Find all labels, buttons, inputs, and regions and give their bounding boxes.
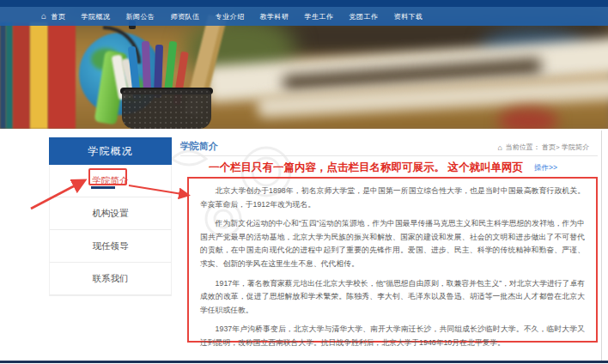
- nav-item-1[interactable]: 学院概况: [82, 12, 111, 21]
- nav-item-7[interactable]: 党团工作: [350, 12, 379, 21]
- banner-apple-blur: [498, 108, 558, 129]
- breadcrumb[interactable]: ⌂ 当前位置： 首页> 学院简介: [497, 143, 589, 152]
- top-strip: [0, 0, 608, 7]
- home-icon: ⌂: [41, 12, 47, 21]
- book-spine: [30, 22, 48, 129]
- page-title: 学院简介: [180, 140, 218, 153]
- article-paragraph-2: 作为新文化运动的中心和“五四”运动的策源地，作为中国最早传播马克思主义和民主科学…: [200, 217, 585, 270]
- book-spine: [6, 22, 13, 129]
- article-paragraph-1: 北京大学创办于1898年，初名京师大学堂，是中国第一所国立综合性大学，也是当时中…: [200, 185, 585, 211]
- nav-item-3[interactable]: 师资队伍: [171, 12, 200, 21]
- annotation-rectangle: [88, 168, 127, 185]
- nav-item-8[interactable]: 资料下载: [394, 12, 423, 21]
- sidebar-item-1[interactable]: 机构设置: [50, 197, 171, 230]
- nav-item-6[interactable]: 学生工作: [305, 12, 334, 21]
- sidebar-item-3[interactable]: 联系我们: [50, 263, 171, 295]
- article-paragraph-3: 1917年，著名教育家蔡元培出任北京大学校长，他“循思想自由原则，取兼容并包主义…: [200, 277, 585, 318]
- book-spine: [48, 22, 76, 129]
- sidebar-title: 学院概况: [49, 137, 172, 165]
- nav-item-home[interactable]: ⌂首页: [41, 12, 66, 21]
- footer-bar: [0, 361, 608, 363]
- book-spine: [13, 22, 30, 129]
- nav-item-4[interactable]: 专业介绍: [216, 12, 245, 21]
- annotation-headline: 一个栏目只有一篇内容，点击栏目名称即可展示。 这个就叫单网页: [209, 161, 523, 175]
- sidebar: 学院概况 学院简介机构设置现任领导联系我们: [49, 137, 172, 296]
- breadcrumb-path[interactable]: 首页> 学院简介: [542, 143, 589, 152]
- main-navigation: ⌂首页学院概况新闻公告师资队伍专业介绍教学科研学生工作党团工作资料下载: [0, 7, 608, 26]
- nav-item-2[interactable]: 新闻公告: [126, 12, 155, 21]
- breadcrumb-prefix: 当前位置：: [506, 143, 540, 152]
- active-item-underline: [91, 186, 115, 189]
- title-divider: [180, 155, 598, 156]
- action-link[interactable]: 操作>>: [534, 163, 557, 173]
- article-annotation-box: 北京大学创办于1898年，初名京师大学堂，是中国第一所国立综合性大学，也是当时中…: [187, 177, 598, 343]
- page-right-border: [601, 130, 602, 361]
- article-paragraph-4: 1937年卢沟桥事变后，北京大学与清华大学、南开大学南迁长沙，共同组成长沙临时大…: [200, 323, 585, 349]
- nav-item-5[interactable]: 教学科研: [260, 12, 289, 21]
- home-icon: ⌂: [497, 143, 502, 152]
- page: ⌂首页学院概况新闻公告师资队伍专业介绍教学科研学生工作党团工作资料下载 学院概况…: [0, 0, 608, 364]
- sidebar-item-2[interactable]: 现任领导: [50, 230, 171, 263]
- pencil-cup: [122, 89, 211, 129]
- book-spine: [0, 22, 6, 129]
